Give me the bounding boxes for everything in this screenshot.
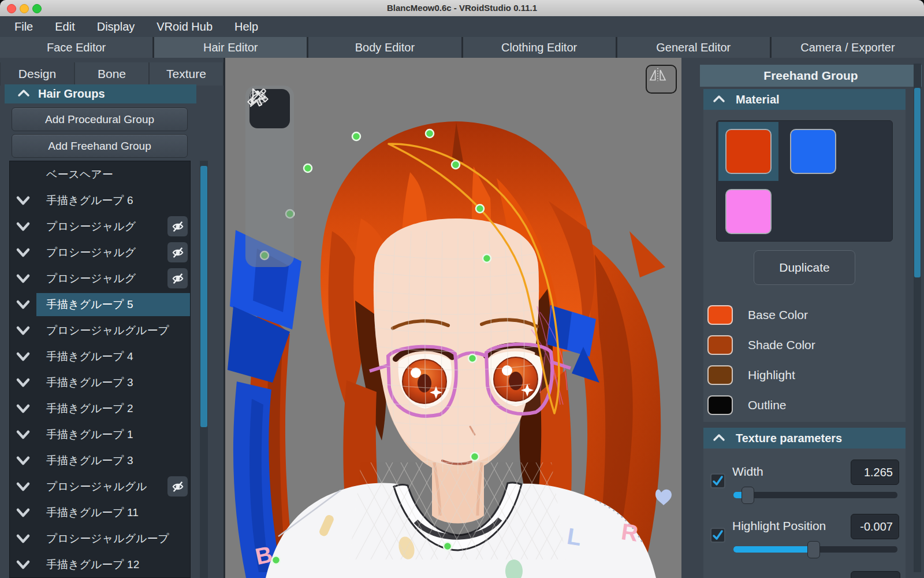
highlight-row[interactable]: Highlight — [707, 365, 795, 385]
bandage-tool-button[interactable] — [249, 175, 290, 214]
hair-control-point[interactable] — [471, 453, 479, 461]
right-scrollbar-thumb[interactable] — [914, 88, 921, 277]
tab-clothing-editor[interactable]: Clothing Editor — [463, 37, 616, 58]
visibility-off-icon[interactable] — [167, 268, 188, 288]
color-chip[interactable] — [707, 365, 733, 385]
hair-group-row[interactable]: プロシージャルグループ — [10, 317, 190, 343]
left-tab-design[interactable]: Design — [1, 62, 74, 86]
tab-camera-exporter[interactable]: Camera / Exporter — [772, 37, 924, 58]
highlight-position-value[interactable]: -0.007 — [851, 514, 899, 539]
hair-group-label[interactable]: プロシージャルグループ — [36, 527, 190, 550]
add-freehand-group-button[interactable]: Add Freehand Group — [12, 134, 188, 158]
hair-group-label[interactable]: プロシージャルグ — [36, 241, 167, 264]
hair-group-label[interactable]: ベースヘアー — [36, 163, 190, 186]
hair-group-row[interactable]: 手描きグループ 12 — [10, 551, 190, 577]
hair-control-point[interactable] — [304, 164, 312, 172]
hair-group-label[interactable]: 手描きグループ 6 — [36, 189, 190, 212]
hair-group-label[interactable]: 手描きグループ 1 — [36, 423, 190, 446]
chevron-down-icon[interactable] — [10, 325, 36, 336]
width-value[interactable]: 1.265 — [851, 460, 899, 485]
hair-group-row[interactable]: 手描きグループ 6 — [10, 187, 190, 213]
width-slider-handle[interactable] — [742, 487, 754, 504]
hair-group-row[interactable]: 手描きグループ 1 — [10, 421, 190, 447]
hair-control-point[interactable] — [352, 132, 360, 140]
hair-group-label[interactable]: プロシージャルグループ — [36, 319, 190, 342]
hair-control-point[interactable] — [426, 129, 434, 138]
hair-group-row[interactable]: 手描きグループ 3 — [10, 369, 190, 395]
chevron-down-icon[interactable] — [10, 273, 36, 284]
material-swatch-tile[interactable] — [718, 122, 778, 181]
material-swatch-tile[interactable] — [718, 182, 778, 241]
hair-control-point[interactable] — [452, 161, 460, 169]
menu-vroid-hub[interactable]: VRoid Hub — [146, 16, 223, 37]
hair-control-point[interactable] — [476, 205, 484, 213]
menu-help[interactable]: Help — [223, 16, 269, 37]
hair-group-label[interactable]: 手描きグループ 3 — [36, 449, 190, 472]
chevron-down-icon[interactable] — [10, 481, 36, 492]
viewport-3d[interactable]: B L R — [225, 58, 681, 578]
hair-control-point[interactable] — [483, 254, 491, 262]
base-color-row[interactable]: Base Color — [707, 305, 808, 325]
chevron-down-icon[interactable] — [10, 299, 36, 310]
visibility-off-icon[interactable] — [167, 216, 188, 236]
chevron-down-icon[interactable] — [10, 455, 36, 466]
pen-tool-button[interactable] — [249, 132, 290, 171]
tab-hair-editor[interactable]: Hair Editor — [154, 37, 307, 58]
width-checkbox[interactable] — [710, 473, 725, 488]
hair-control-point[interactable] — [444, 542, 452, 550]
hair-control-point[interactable] — [272, 556, 280, 564]
texture-parameters-header[interactable]: Texture parameters — [703, 428, 906, 449]
material-header[interactable]: Material — [703, 89, 906, 110]
hair-group-row[interactable]: 手描きグループ 2 — [10, 395, 190, 421]
left-tab-bone[interactable]: Bone — [75, 62, 148, 86]
hair-group-label[interactable]: 手描きグループ 2 — [36, 397, 190, 420]
hair-group-row[interactable]: プロシージャルグル — [10, 473, 190, 499]
hair-group-label[interactable]: 手描きグループ 5 — [36, 293, 190, 316]
material-swatch-tile[interactable] — [783, 122, 843, 181]
hair-group-label[interactable]: プロシージャルグ — [36, 215, 167, 238]
hair-group-row[interactable]: 手描きグループ 11 — [10, 499, 190, 525]
hair-groups-header[interactable]: Hair Groups — [5, 84, 196, 103]
chevron-down-icon[interactable] — [10, 429, 36, 440]
color-chip[interactable] — [707, 335, 733, 355]
chevron-down-icon[interactable] — [10, 533, 36, 544]
hair-group-row[interactable]: プロシージャルグ — [10, 239, 190, 265]
hair-group-label[interactable]: プロシージャルグル — [36, 475, 167, 498]
chevron-down-icon[interactable] — [10, 559, 36, 570]
tab-body-editor[interactable]: Body Editor — [308, 37, 461, 58]
chevron-down-icon[interactable] — [10, 403, 36, 414]
hair-group-row[interactable]: 手描きグループ 4 — [10, 343, 190, 369]
left-tab-texture[interactable]: Texture — [150, 62, 223, 86]
hair-group-row[interactable]: プロシージャルグループ — [10, 525, 190, 551]
hair-group-row[interactable]: プロシージャルグ — [10, 213, 190, 239]
hair-group-row[interactable]: 手描きグループ 5 — [10, 291, 190, 317]
visibility-off-icon[interactable] — [167, 476, 188, 497]
hair-group-label[interactable]: 手描きグループ 4 — [36, 345, 190, 368]
left-scrollbar-thumb[interactable] — [200, 166, 207, 427]
add-procedural-group-button[interactable]: Add Procedural Group — [12, 108, 188, 131]
color-chip[interactable] — [707, 305, 733, 325]
outline-row[interactable]: Outline — [707, 395, 787, 415]
menu-edit[interactable]: Edit — [44, 16, 85, 37]
chevron-down-icon[interactable] — [10, 195, 36, 206]
chevron-down-icon[interactable] — [10, 351, 36, 362]
menu-file[interactable]: File — [3, 16, 44, 37]
duplicate-button[interactable]: Duplicate — [754, 250, 855, 285]
control-point-tool-button[interactable] — [249, 217, 290, 257]
visibility-off-icon[interactable] — [167, 242, 188, 262]
hair-group-label[interactable]: プロシージャルグ — [36, 267, 167, 290]
width-slider[interactable] — [733, 492, 897, 498]
shade-color-row[interactable]: Shade Color — [707, 335, 815, 355]
mirror-symmetry-button[interactable] — [646, 65, 677, 94]
chevron-down-icon[interactable] — [10, 507, 36, 518]
hair-group-row[interactable]: ベースヘアー — [10, 161, 190, 187]
hair-group-row[interactable]: プロシージャルグ — [10, 265, 190, 291]
highlight-position-checkbox[interactable] — [710, 528, 725, 543]
chevron-down-icon[interactable] — [10, 221, 36, 232]
color-chip[interactable] — [707, 395, 733, 415]
chevron-down-icon[interactable] — [10, 247, 36, 258]
chevron-down-icon[interactable] — [10, 377, 36, 388]
hair-control-point[interactable] — [468, 354, 476, 362]
hair-group-row[interactable]: 手描きグループ 3 — [10, 447, 190, 473]
highlight-position-slider-handle[interactable] — [807, 541, 820, 558]
